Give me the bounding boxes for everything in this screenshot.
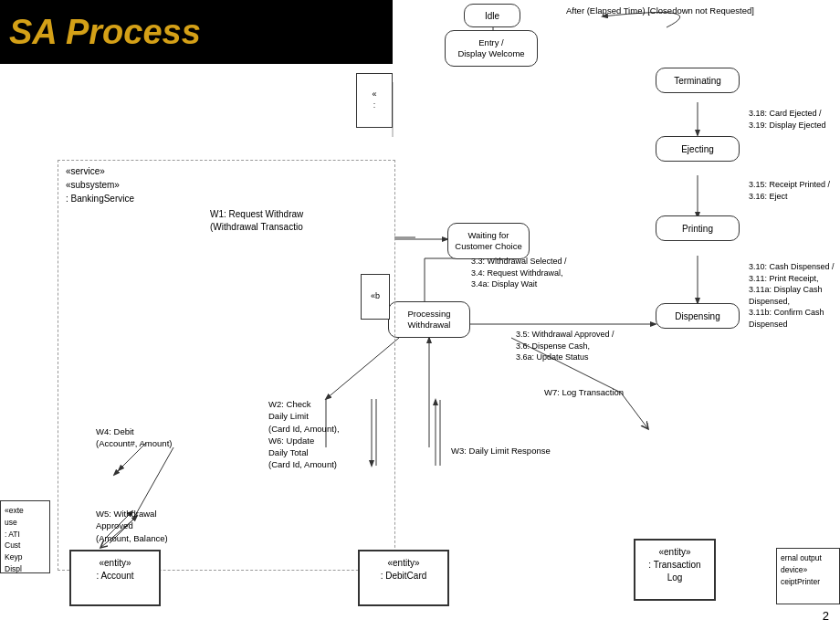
external-left: «exteuse: ATICustKeypDispl — [0, 500, 50, 573]
partial-box-topleft: «: — [356, 73, 393, 128]
label-3-15: 3.15: Receipt Printed /3.16: Eject — [749, 179, 830, 202]
state-entry-display: Entry /Display Welcome — [445, 30, 538, 67]
title-bar: SA Process — [0, 0, 393, 64]
external-right: ernal outputdevice»ceiptPrinter — [776, 548, 840, 604]
label-3-10: 3.10: Cash Dispensed /3.11: Print Receip… — [749, 261, 840, 331]
label-w3: W3: Daily Limit Response — [451, 446, 551, 457]
label-w4: W4: Debit(Account#, Amount) — [96, 425, 172, 450]
state-waiting: Waiting forCustomer Choice — [447, 223, 530, 259]
state-processing: ProcessingWithdrawal — [388, 301, 470, 338]
entity-debitcard: «entity»: DebitCard — [358, 550, 449, 606]
label-3-3: 3.3: Withdrawal Selected /3.4: Request W… — [471, 256, 567, 290]
page-title: SA Process — [9, 13, 201, 52]
diagram: SA Process — [0, 0, 840, 630]
entity-account: «entity»: Account — [69, 550, 161, 606]
b-rect: «b — [361, 274, 390, 320]
state-dispensing: Dispensing — [656, 303, 740, 329]
state-idle: Idle — [464, 4, 520, 27]
label-w2: W2: CheckDaily Limit(Card Id, Amount),W6… — [268, 398, 340, 471]
banking-service-label: «service»«subsystem»: BankingService — [66, 164, 134, 205]
state-printing: Printing — [656, 215, 740, 241]
entity-transaction-log: «entity»: TransactionLog — [634, 539, 716, 601]
label-3-18: 3.18: Card Ejected /3.19: Display Ejecte… — [749, 108, 826, 131]
state-terminating: Terminating — [656, 68, 740, 93]
label-w7: W7: Log Transaction — [544, 387, 624, 398]
state-ejecting: Ejecting — [656, 136, 740, 162]
page-number: 2 — [823, 609, 829, 623]
label-w5: W5: WithdrawalApproved(Amount, Balance) — [96, 508, 168, 544]
label-after-elapsed: After (Elapsed Time) [Closedown not Requ… — [566, 5, 754, 16]
label-w1: W1: Request Withdraw(Withdrawal Transact… — [210, 208, 303, 234]
label-3-5: 3.5: Withdrawal Approved /3.6: Dispense … — [516, 329, 614, 363]
